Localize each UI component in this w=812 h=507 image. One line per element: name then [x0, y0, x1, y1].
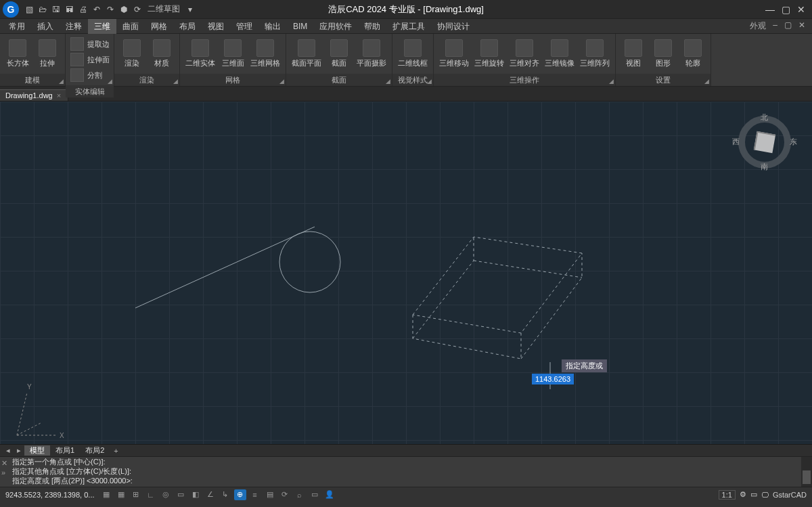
- cmd-close-icon[interactable]: ✕»: [1, 458, 7, 477]
- menu-tab[interactable]: 管理: [230, 19, 258, 34]
- menu-tab[interactable]: 曲面: [116, 19, 145, 34]
- menu-tab[interactable]: 布局: [173, 19, 202, 34]
- app-icon[interactable]: G: [3, 1, 19, 18]
- minimize-icon[interactable]: —: [765, 4, 775, 15]
- ribbon-group: 二维实体三维面三维网格网格◢: [180, 34, 286, 86]
- ribbon-button[interactable]: 二维实体: [184, 38, 217, 70]
- menu-tab[interactable]: 注释: [60, 19, 88, 34]
- toggle-3dosnap[interactable]: ◧: [189, 489, 202, 500]
- undo-icon[interactable]: ↶: [91, 3, 103, 16]
- menu-tab[interactable]: 插入: [31, 19, 60, 34]
- drawing-canvas[interactable]: X Y 北 南 东 西 指定高度或 1143.6263: [0, 102, 812, 444]
- toggle-cycle[interactable]: ⟳: [279, 489, 291, 500]
- menu-tab[interactable]: 协同设计: [431, 19, 476, 34]
- ribbon-button[interactable]: 三维镜像: [543, 38, 576, 70]
- ribbon-button[interactable]: 三维对齐: [508, 38, 541, 70]
- toggle-magnify[interactable]: ⌕: [294, 489, 306, 500]
- annotation-scale[interactable]: 1:1: [719, 490, 736, 500]
- close-icon[interactable]: ✕: [797, 4, 805, 15]
- view-cube[interactable]: 北 南 东 西: [738, 115, 792, 169]
- ribbon-button[interactable]: 平面摄影: [355, 38, 388, 70]
- open-icon[interactable]: 🗁: [37, 3, 49, 16]
- menu-tab[interactable]: 常用: [3, 19, 31, 34]
- menu-tab[interactable]: BIM: [287, 19, 313, 34]
- tab-scroll-right[interactable]: ▸: [14, 446, 24, 455]
- toggle-qp[interactable]: ▭: [309, 489, 321, 500]
- ribbon-button[interactable]: 渲染: [118, 38, 145, 70]
- qat-dropdown-icon[interactable]: ▾: [184, 3, 196, 16]
- child-close-icon[interactable]: ✕: [798, 20, 805, 32]
- dynamic-input[interactable]: 1143.6263: [532, 374, 574, 384]
- toggle-ann[interactable]: 👤: [323, 489, 336, 500]
- quick-access-toolbar: ▧ 🗁 🖫 🖬 🖨 ↶ ↷ ⬢ ⟳ 二维草图 ▾: [23, 3, 196, 16]
- status-expand-icon[interactable]: ▭: [750, 490, 757, 499]
- ribbon-button[interactable]: 截面: [325, 38, 353, 70]
- ribbon-button[interactable]: 拉伸: [34, 38, 61, 70]
- command-line[interactable]: ✕» 指定第一个角点或 [中心(C)]:指定其他角点或 [立方体(C)/长度(L…: [0, 456, 812, 487]
- ribbon-button[interactable]: 材质: [148, 38, 175, 70]
- maximize-icon[interactable]: ▢: [782, 4, 790, 15]
- ribbon-button[interactable]: 轮廓: [679, 38, 706, 70]
- toggle-dyn[interactable]: ⊕: [234, 489, 246, 500]
- status-monitor-icon[interactable]: 🖵: [761, 491, 769, 499]
- menu-tab[interactable]: 视图: [202, 19, 230, 34]
- child-restore-icon[interactable]: ▢: [784, 20, 792, 32]
- new-icon[interactable]: ▧: [23, 3, 35, 16]
- circle-entity: [279, 232, 340, 292]
- menu-tab[interactable]: 输出: [258, 19, 287, 34]
- ribbon-small-button[interactable]: 分割: [70, 68, 110, 83]
- ribbon-button[interactable]: 图形: [650, 38, 677, 70]
- toggle-snap[interactable]: ⊞: [130, 489, 142, 500]
- toggle-otrack[interactable]: ∠: [204, 489, 217, 500]
- cmd-scrollbar[interactable]: [801, 457, 812, 487]
- ribbon-button[interactable]: 三维阵列: [579, 38, 611, 70]
- toggle-grid[interactable]: ▦: [115, 489, 127, 500]
- menu-tab[interactable]: 网格: [145, 19, 173, 34]
- workspace-label[interactable]: 二维草图: [145, 3, 183, 16]
- layout-tab[interactable]: 模型: [24, 445, 50, 456]
- redo-icon[interactable]: ↷: [104, 3, 116, 16]
- layout-add[interactable]: +: [110, 447, 122, 455]
- toggle-lwt[interactable]: ≡: [249, 489, 261, 500]
- tab-scroll-left[interactable]: ◂: [3, 446, 14, 455]
- appearance-label[interactable]: 外观: [750, 20, 766, 32]
- print-icon[interactable]: 🖨: [77, 3, 89, 16]
- ribbon-button[interactable]: 二维线框: [397, 38, 429, 70]
- toggle-ducs[interactable]: ↳: [219, 489, 231, 500]
- command-history: 指定第一个角点或 [中心(C)]:指定其他角点或 [立方体(C)/长度(L)]:…: [12, 457, 812, 485]
- menu-tab[interactable]: 扩展工具: [386, 19, 431, 34]
- save-icon[interactable]: 🖫: [50, 3, 62, 16]
- ribbon-small-button[interactable]: 拉伸面: [70, 52, 110, 67]
- ribbon-button[interactable]: 三维旋转: [473, 38, 505, 70]
- style-icon[interactable]: ⬢: [118, 3, 130, 16]
- menubar-right: 外观 – ▢ ✕: [750, 20, 809, 32]
- document-tab[interactable]: Drawing1.dwg ×: [0, 89, 68, 101]
- ribbon-button[interactable]: 视图: [620, 38, 647, 70]
- ribbon-button[interactable]: 三维面: [219, 38, 246, 70]
- ribbon-group: 长方体拉伸建模◢: [0, 34, 66, 86]
- status-gear-icon[interactable]: ⚙: [740, 490, 746, 499]
- cmd-line: 指定第一个角点或 [中心(C)]:: [12, 457, 812, 466]
- tab-close-icon[interactable]: ×: [57, 91, 61, 100]
- toggle-model[interactable]: ▦: [100, 489, 112, 500]
- saveas-icon[interactable]: 🖬: [64, 3, 76, 16]
- toggle-trans[interactable]: ▤: [264, 489, 276, 500]
- ribbon-button[interactable]: 长方体: [4, 38, 31, 70]
- dir-north: 北: [761, 112, 768, 123]
- menu-tab[interactable]: 应用软件: [313, 19, 358, 34]
- child-minimize-icon[interactable]: –: [773, 20, 777, 32]
- ribbon-small-button[interactable]: 提取边: [70, 37, 110, 51]
- cmd-line: 指定其他角点或 [立方体(C)/长度(L)]:: [12, 466, 812, 476]
- svg-line-1: [17, 393, 27, 435]
- layout-tab[interactable]: 布局2: [80, 445, 110, 456]
- ribbon-button[interactable]: 截面平面: [290, 38, 323, 70]
- toggle-polar[interactable]: ◎: [160, 489, 172, 500]
- toggle-ortho[interactable]: ∟: [145, 489, 157, 500]
- menu-tab[interactable]: 三维: [88, 19, 116, 34]
- toggle-osnap[interactable]: ▭: [175, 489, 187, 500]
- refresh-icon[interactable]: ⟳: [131, 3, 143, 16]
- menu-tab[interactable]: 帮助: [358, 19, 386, 34]
- layout-tab[interactable]: 布局1: [50, 445, 80, 456]
- ribbon-button[interactable]: 三维网格: [249, 38, 281, 70]
- ribbon-button[interactable]: 三维移动: [438, 38, 470, 70]
